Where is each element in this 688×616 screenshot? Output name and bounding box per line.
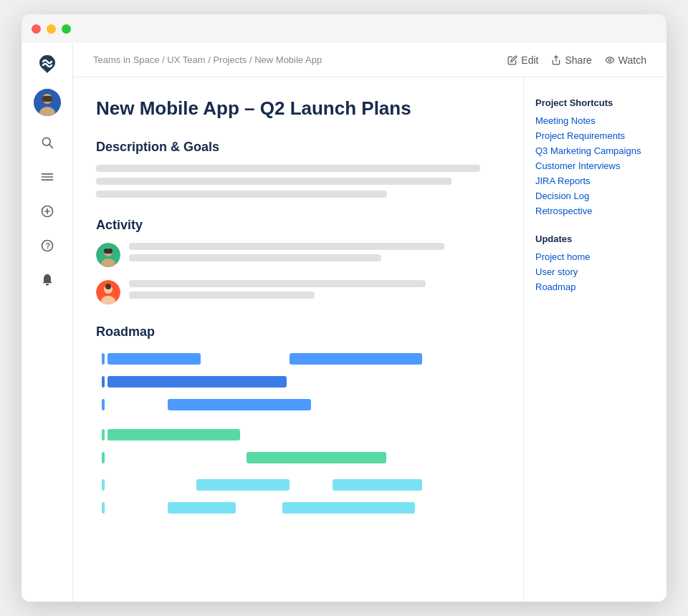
updates-title: Updates [535,234,655,244]
watch-icon [605,55,615,65]
add-icon[interactable] [34,198,61,225]
page-body: New Mobile App – Q2 Launch Plans Descrip… [73,77,666,602]
gantt-tick-5 [102,452,105,463]
shortcut-decision-log[interactable]: Decision Log [535,191,655,201]
activity-line-2a [129,280,426,287]
gantt-row-1 [96,350,500,368]
gantt-row-4 [96,425,500,444]
activity-line-1a [129,243,444,250]
app-window: ? Teams in Space / UX Team / Projects / … [22,14,666,602]
titlebar [22,14,666,43]
svg-rect-3 [42,96,52,102]
activity-lines-1 [129,243,500,267]
menu-icon[interactable] [34,163,61,191]
watch-label: Watch [618,54,646,66]
desc-line-1 [96,165,480,172]
update-project-home[interactable]: Project home [535,251,655,262]
activity-title: Activity [96,218,500,233]
gantt-bar-6b [333,479,422,491]
edit-icon [507,55,517,65]
description-title: Description & Goals [96,140,500,155]
edit-button[interactable]: Edit [507,54,538,66]
shortcuts-title: Project Shortcuts [535,97,655,108]
close-button[interactable] [32,24,41,34]
maximize-button[interactable] [62,24,71,34]
gantt-bar-7b [282,502,415,514]
gantt-bar-4 [108,429,240,441]
sidebar: ? [22,43,73,602]
gantt-bar-1b [290,353,422,365]
shortcut-project-requirements[interactable]: Project Requirements [535,130,655,141]
svg-point-14 [45,284,48,286]
share-button[interactable]: Share [551,54,591,66]
shortcut-q3-marketing[interactable]: Q3 Marketing Campaigns [535,145,655,156]
breadcrumb: Teams in Space / UX Team / Projects / Ne… [93,54,322,65]
gantt-tick-2 [102,376,105,388]
svg-rect-20 [104,249,113,254]
edit-label: Edit [521,54,538,66]
gantt-bar-7a [168,502,236,514]
app-logo[interactable] [34,50,60,76]
gantt-bar-2 [108,376,287,388]
activity-line-2b [129,292,315,299]
gantt-tick-1 [102,353,105,365]
gantt-row-6 [96,476,500,494]
topbar-actions: Edit Share [507,54,646,66]
activity-avatar-2 [96,280,120,304]
gantt-row-7 [96,499,500,517]
update-user-story[interactable]: User story [535,266,655,277]
svg-point-16 [608,59,611,62]
gantt-chart [96,350,500,507]
share-icon [551,55,561,65]
shortcut-jira-reports[interactable]: JIRA Reports [535,175,655,186]
shortcut-customer-interviews[interactable]: Customer Interviews [535,160,655,171]
shortcut-meeting-notes[interactable]: Meeting Notes [535,115,655,126]
gantt-tick-4 [102,429,105,441]
gantt-tick-6 [102,479,105,491]
help-icon[interactable]: ? [34,232,61,259]
shortcut-retrospective[interactable]: Retrospective [535,206,655,216]
gantt-row-5 [96,448,500,467]
right-sidebar: Project Shortcuts Meeting Notes Project … [523,77,666,602]
roadmap-title: Roadmap [96,324,500,340]
user-avatar[interactable] [34,89,61,116]
search-icon[interactable] [34,129,61,156]
gantt-tick-7 [102,502,105,514]
gantt-bar-6a [196,479,290,491]
desc-line-3 [96,191,387,198]
gantt-row-3 [96,395,500,414]
activity-avatar-1 [96,243,120,267]
activity-line-1b [129,254,381,261]
roadmap-section: Roadmap [96,324,500,507]
activity-item-1 [96,243,500,267]
svg-point-24 [105,284,111,289]
svg-text:?: ? [45,241,50,250]
page-main: New Mobile App – Q2 Launch Plans Descrip… [73,77,523,602]
gantt-tick-3 [102,399,105,410]
update-roadmap[interactable]: Roadmap [535,281,655,292]
minimize-button[interactable] [47,24,56,34]
gantt-bar-1a [108,353,201,365]
desc-line-2 [96,178,452,185]
content-area: ? Teams in Space / UX Team / Projects / … [22,43,666,602]
svg-line-5 [49,145,52,148]
gantt-bar-3 [168,399,311,410]
gantt-row-2 [96,372,500,391]
notifications-icon[interactable] [34,266,61,294]
watch-button[interactable]: Watch [605,54,646,66]
gantt-bar-5 [247,452,386,463]
activity-section: Activity [96,218,500,304]
share-label: Share [565,54,591,66]
topbar: Teams in Space / UX Team / Projects / Ne… [73,43,666,77]
description-section: Description & Goals [96,140,500,198]
activity-lines-2 [129,280,500,304]
activity-item-2 [96,280,500,304]
page-title: New Mobile App – Q2 Launch Plans [96,97,500,120]
main-content: Teams in Space / UX Team / Projects / Ne… [73,43,666,602]
